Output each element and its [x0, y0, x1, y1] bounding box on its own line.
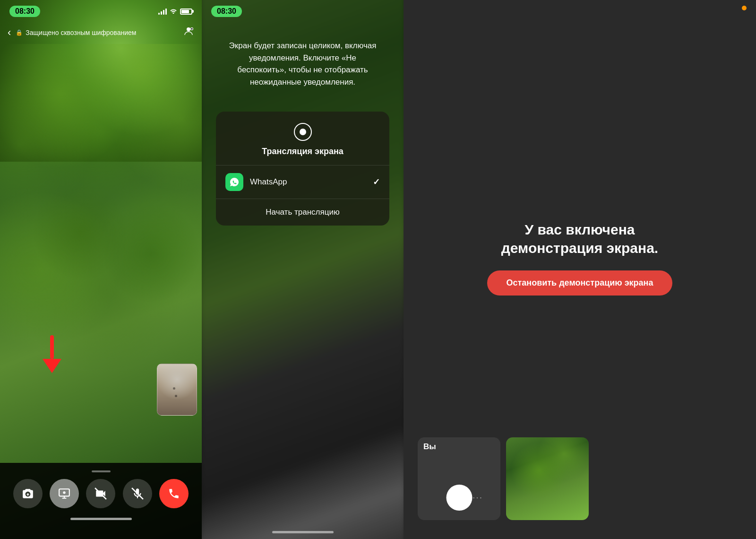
battery-fill	[181, 10, 189, 13]
dot2	[175, 395, 177, 397]
drag-handle	[92, 470, 111, 472]
video-area	[0, 44, 202, 463]
participant-thumbnails: Вы ·····	[418, 437, 589, 520]
contact-icon[interactable]	[183, 26, 194, 39]
your-video-thumbnail: Вы ·····	[418, 437, 500, 520]
arrow-shaft	[50, 335, 54, 359]
camera-off-button[interactable]	[86, 479, 115, 508]
back-button[interactable]: ‹	[8, 26, 11, 39]
end-call-button[interactable]	[159, 479, 189, 508]
battery-icon	[180, 9, 192, 15]
broadcast-modal: Трансляция экрана WhatsApp ✓ Начать тран…	[216, 112, 389, 226]
status-bar-panel2: 08:30	[202, 0, 404, 21]
status-bar-panel3	[404, 0, 756, 14]
security-label: 🔒 Защищено сквозным шифрованием	[16, 29, 178, 36]
stop-screen-share-button[interactable]: Остановить демонстрацию экрана	[487, 270, 672, 296]
home-indicator-panel2	[272, 531, 334, 533]
home-indicator	[70, 518, 132, 520]
mute-button[interactable]	[123, 479, 152, 508]
bar1	[158, 13, 160, 15]
dot1	[173, 387, 175, 390]
record-icon	[294, 123, 312, 141]
screen-share-title: У вас включенадемонстрация экрана.	[501, 220, 658, 257]
modal-title: Трансляция экрана	[262, 147, 344, 156]
arrow-head	[43, 359, 61, 373]
bar3	[163, 10, 164, 15]
signal-icon	[158, 8, 167, 15]
controls-row	[9, 479, 192, 508]
lock-icon: 🔒	[16, 29, 23, 36]
flip-camera-button[interactable]	[13, 479, 43, 508]
call-header: ‹ 🔒 Защищено сквозным шифрованием	[0, 21, 202, 44]
selected-checkmark: ✓	[373, 177, 380, 187]
red-arrow-indicator	[43, 335, 61, 373]
time-display-panel2: 08:30	[211, 6, 242, 17]
remote-video-thumbnail	[506, 437, 589, 520]
panel1-video-call: 08:30 ‹ 🔒 Защищено сквозным шифрованием	[0, 0, 202, 539]
record-dot	[300, 129, 306, 135]
svg-point-3	[63, 491, 65, 494]
security-text: Защищено сквозным шифрованием	[26, 29, 136, 36]
app-selection-row[interactable]: WhatsApp ✓	[216, 165, 389, 199]
panel3-screen-sharing: У вас включенадемонстрация экрана. Остан…	[404, 0, 756, 539]
start-broadcast-button[interactable]: Начать трансляцию	[216, 199, 389, 226]
modal-header: Трансляция экрана	[216, 112, 389, 165]
broadcast-warning: Экран будет записан целиком, включая уве…	[202, 30, 404, 97]
mini-video-thumbnail	[157, 364, 197, 416]
status-bar-panel1: 08:30	[0, 0, 202, 21]
time-display-panel1: 08:30	[9, 6, 40, 17]
whatsapp-app-icon	[225, 173, 243, 191]
call-controls	[0, 463, 202, 539]
status-icons	[158, 8, 192, 15]
screen-share-button[interactable]	[50, 479, 79, 508]
muted-indicator: ·····	[466, 494, 483, 502]
app-name-label: WhatsApp	[250, 177, 366, 187]
recording-indicator	[742, 6, 747, 10]
bar4	[165, 9, 167, 15]
your-label: Вы	[423, 442, 436, 452]
bar2	[161, 11, 162, 15]
panel2-broadcast-dialog: 08:30 Экран будет записан целиком, включ…	[202, 0, 404, 539]
wifi-icon	[170, 8, 177, 15]
svg-point-0	[187, 27, 190, 31]
